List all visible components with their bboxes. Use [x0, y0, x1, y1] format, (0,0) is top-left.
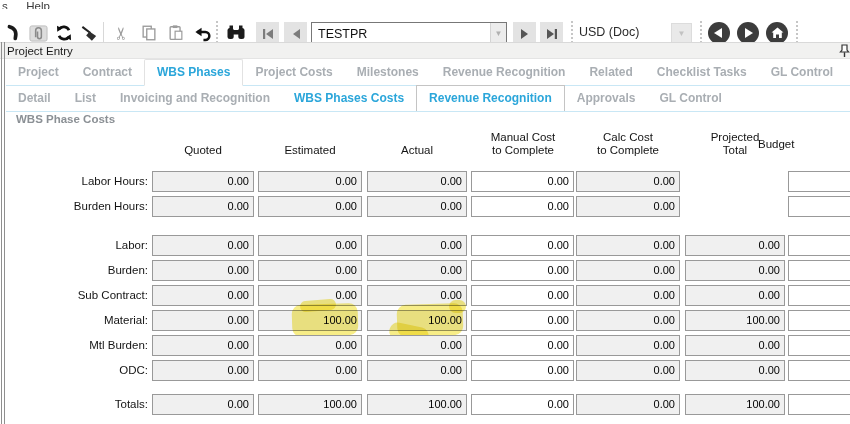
- field-material-quoted: 0.00: [152, 310, 254, 331]
- row-label-burden-hours: Burden Hours:: [2, 200, 148, 212]
- group-label: WBS Phase Costs: [16, 113, 115, 125]
- field-totals-calc-cost-to-complete: 0.00: [576, 394, 680, 415]
- row-label-mtl-burden: Mtl Burden:: [2, 339, 148, 351]
- row-label-odc: ODC:: [2, 364, 148, 376]
- field-burden-quoted: 0.00: [152, 260, 254, 281]
- tab-invoicing-and-recognition[interactable]: Invoicing and Recognition: [108, 86, 282, 111]
- field-material-manual-cost-to-complete[interactable]: 0.00: [471, 310, 574, 331]
- field-sub-contract-budget[interactable]: [788, 285, 850, 306]
- row-label-labor: Labor:: [2, 239, 148, 251]
- paste-icon[interactable]: [165, 22, 187, 44]
- field-totals-manual-cost-to-complete[interactable]: 0.00: [471, 394, 574, 415]
- forward-button[interactable]: [737, 22, 759, 44]
- field-burden-hours-manual-cost-to-complete[interactable]: 0.00: [471, 196, 574, 217]
- field-burden-estimated: 0.00: [258, 260, 362, 281]
- field-mtl-burden-projected-total: 0.00: [685, 335, 785, 356]
- field-odc-manual-cost-to-complete[interactable]: 0.00: [471, 360, 574, 381]
- tab-revenue-recognition[interactable]: Revenue Recognition: [416, 85, 565, 111]
- tab-milestones[interactable]: Milestones: [345, 60, 431, 85]
- record-id-input[interactable]: [312, 23, 490, 44]
- field-odc-quoted: 0.00: [152, 360, 254, 381]
- field-labor-hours-quoted: 0.00: [152, 171, 254, 192]
- field-material-calc-cost-to-complete: 0.00: [576, 310, 680, 331]
- field-labor-hours-estimated: 0.00: [258, 171, 362, 192]
- home-button[interactable]: [766, 22, 788, 44]
- project-entry-window: s Help ✂: [0, 0, 850, 424]
- field-labor-budget[interactable]: [788, 235, 850, 256]
- field-labor-projected-total: 0.00: [685, 235, 785, 256]
- row-label-sub-contract: Sub Contract:: [2, 289, 148, 301]
- field-labor-hours-budget[interactable]: [788, 171, 850, 192]
- tab-list[interactable]: List: [63, 86, 108, 111]
- row-label-labor-hours: Labor Hours:: [2, 175, 148, 187]
- tab-approvals[interactable]: Approvals: [565, 86, 648, 111]
- field-burden-hours-budget[interactable]: [788, 196, 850, 217]
- tab-gl-control[interactable]: GL Control: [647, 86, 733, 111]
- tab-checklist-tasks[interactable]: Checklist Tasks: [645, 60, 759, 85]
- tab-wbs-phases-costs[interactable]: WBS Phases Costs: [282, 86, 416, 111]
- main-toolbar: ✂ ▼ USD (Doc): [0, 9, 850, 42]
- marker-highlight: [449, 300, 466, 313]
- currency-label: USD (Doc): [579, 25, 639, 39]
- cut-icon[interactable]: ✂: [110, 22, 132, 44]
- tab-contract[interactable]: Contract: [71, 60, 144, 85]
- field-totals-projected-total: 100.00: [685, 394, 785, 415]
- attachment-icon[interactable]: [27, 22, 49, 44]
- field-sub-contract-manual-cost-to-complete[interactable]: 0.00: [471, 285, 574, 306]
- tab-project[interactable]: Project: [6, 60, 71, 85]
- field-burden-budget[interactable]: [788, 260, 850, 281]
- tab-related[interactable]: Related: [577, 60, 644, 85]
- menu-bar: s Help: [0, 0, 850, 9]
- tab-detail[interactable]: Detail: [6, 86, 63, 111]
- field-material-budget[interactable]: [788, 310, 850, 331]
- phone-icon[interactable]: [2, 22, 24, 44]
- field-burden-projected-total: 0.00: [685, 260, 785, 281]
- main-tab-strip: ProjectContractWBS PhasesProject CostsMi…: [6, 59, 850, 86]
- refresh-icon[interactable]: [53, 22, 75, 44]
- field-totals-budget[interactable]: [788, 394, 850, 415]
- menu-item-tools[interactable]: s: [2, 0, 8, 9]
- row-label-burden: Burden:: [2, 264, 148, 276]
- tab-gl-control[interactable]: GL Control: [759, 60, 845, 85]
- undo-icon[interactable]: [191, 22, 213, 44]
- field-mtl-burden-manual-cost-to-complete[interactable]: 0.00: [471, 335, 574, 356]
- row-label-totals: Totals:: [2, 398, 148, 410]
- row-label-material: Material:: [2, 314, 148, 326]
- panel-title-bar: Project Entry: [0, 42, 850, 59]
- column-header-budget: Budget: [758, 138, 806, 151]
- field-totals-estimated: 100.00: [258, 394, 362, 415]
- field-burden-manual-cost-to-complete[interactable]: 0.00: [471, 260, 574, 281]
- field-odc-budget[interactable]: [788, 360, 850, 381]
- record-combo-dropdown-icon[interactable]: ▼: [490, 23, 506, 44]
- currency-dropdown-button[interactable]: ▼: [671, 23, 692, 44]
- home-icon: [771, 27, 784, 39]
- panel-title: Project Entry: [7, 45, 73, 57]
- tab-revenue-recognition[interactable]: Revenue Recognition: [431, 60, 578, 85]
- field-burden-hours-quoted: 0.00: [152, 196, 254, 217]
- copy-icon[interactable]: [138, 22, 160, 44]
- tab-project-costs[interactable]: Project Costs: [243, 60, 344, 85]
- menu-item-help[interactable]: Help: [26, 0, 50, 9]
- field-labor-estimated: 0.00: [258, 235, 362, 256]
- clear-broom-icon[interactable]: [78, 22, 100, 44]
- field-mtl-burden-quoted: 0.00: [152, 335, 254, 356]
- field-labor-hours-manual-cost-to-complete[interactable]: 0.00: [471, 171, 574, 192]
- field-burden-hours-calc-cost-to-complete: 0.00: [576, 196, 680, 217]
- field-mtl-burden-actual: 0.00: [367, 335, 467, 356]
- field-labor-manual-cost-to-complete[interactable]: 0.00: [471, 235, 574, 256]
- field-odc-estimated: 0.00: [258, 360, 362, 381]
- field-burden-actual: 0.00: [367, 260, 467, 281]
- field-totals-actual: 100.00: [367, 394, 467, 415]
- tab-wbs-phases[interactable]: WBS Phases: [144, 59, 243, 86]
- field-odc-projected-total: 0.00: [685, 360, 785, 381]
- tab-tmq[interactable]: TMQ: [845, 60, 850, 85]
- field-burden-hours-actual: 0.00: [367, 196, 467, 217]
- field-burden-calc-cost-to-complete: 0.00: [576, 260, 680, 281]
- field-mtl-burden-calc-cost-to-complete: 0.00: [576, 335, 680, 356]
- back-button[interactable]: [708, 22, 730, 44]
- back-icon: [714, 28, 722, 38]
- field-mtl-burden-budget[interactable]: [788, 335, 850, 356]
- field-labor-hours-calc-cost-to-complete: 0.00: [576, 171, 680, 192]
- field-odc-actual: 0.00: [367, 360, 467, 381]
- search-binoculars-icon[interactable]: [225, 22, 247, 44]
